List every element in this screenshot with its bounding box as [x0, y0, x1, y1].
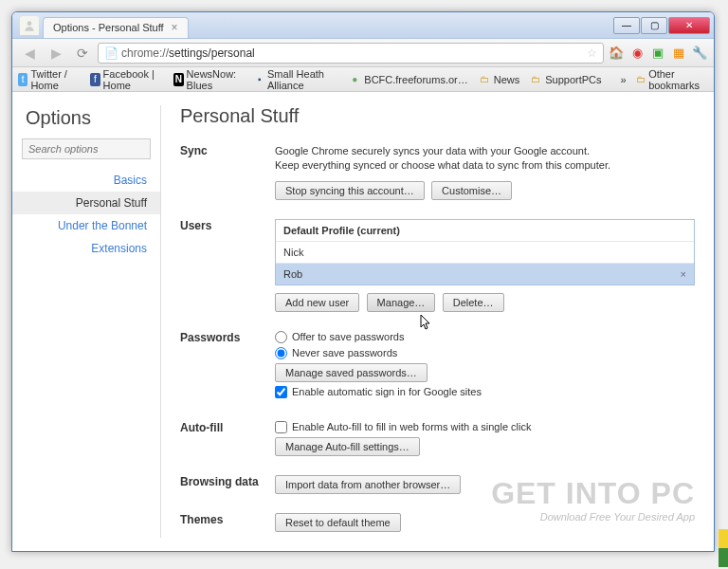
forward-button[interactable]: ▶ [45, 43, 67, 64]
sync-desc: Google Chrome securely syncs your data w… [275, 144, 695, 174]
window-controls: — ▢ ✕ [613, 17, 710, 34]
url-text: chrome://settings/personal [121, 46, 255, 60]
tab-close-icon[interactable]: × [172, 21, 178, 34]
page-icon: 📄 [104, 46, 118, 60]
content-area: Options Basics Personal Stuff Under the … [12, 92, 714, 551]
manage-autofill-button[interactable]: Manage Auto-fill settings… [275, 437, 420, 456]
themes-label: Themes [180, 513, 275, 532]
overflow-chevron-icon[interactable]: » [621, 74, 627, 85]
auto-signin-checkbox[interactable] [275, 386, 287, 398]
home-button[interactable]: 🏠 [608, 45, 625, 62]
sidebar-title: Options [12, 103, 160, 138]
browser-window: Options - Personal Stuff × — ▢ ✕ ◀ ▶ ⟳ 📄… [11, 11, 715, 552]
nav-basics[interactable]: Basics [12, 169, 160, 192]
url-bar[interactable]: 📄 chrome://settings/personal ☆ [98, 43, 604, 64]
reload-button[interactable]: ⟳ [71, 43, 94, 64]
manage-user-button[interactable]: Manage… [367, 293, 436, 312]
browsing-label: Browsing data [180, 475, 275, 494]
section-users: Users Default Profile (current) Nick Rob… [180, 219, 695, 312]
manage-passwords-button[interactable]: Manage saved passwords… [275, 363, 428, 382]
other-bookmarks[interactable]: 🗀Other bookmarks [636, 68, 708, 91]
search-options-input[interactable] [22, 138, 151, 159]
user-row-rob[interactable]: Rob× [276, 264, 694, 284]
extension-icon-3[interactable]: ▦ [670, 45, 687, 62]
enable-autofill-checkbox[interactable] [275, 421, 287, 433]
never-save-radio[interactable] [275, 347, 287, 359]
section-themes: Themes Reset to default theme [180, 513, 695, 532]
reset-theme-button[interactable]: Reset to default theme [275, 513, 401, 532]
extension-icon-2[interactable]: ▣ [649, 45, 666, 62]
tab-title: Options - Personal Stuff [53, 22, 164, 33]
import-data-button[interactable]: Import data from another browser… [275, 475, 461, 494]
browser-tab[interactable]: Options - Personal Stuff × [43, 17, 189, 38]
extension-icon-1[interactable]: ◉ [628, 45, 646, 62]
nav-extensions[interactable]: Extensions [12, 237, 160, 260]
bookmarks-bar: tTwitter / Home fFacebook | Home NNewsNo… [12, 67, 714, 92]
offer-save-radio[interactable] [275, 331, 287, 343]
bookmark-bcfc[interactable]: ●BCFC.freeforums.or… [348, 73, 467, 86]
enable-autofill-label: Enable Auto-fill to fill in web forms wi… [292, 421, 532, 432]
user-list: Default Profile (current) Nick Rob× [275, 219, 695, 285]
bookmark-facebook[interactable]: fFacebook | Home [90, 68, 164, 91]
stop-sync-button[interactable]: Stop syncing this account… [275, 181, 425, 200]
bookmark-newsnow[interactable]: NNewsNow: Blues [173, 68, 245, 91]
bookmark-folder-news[interactable]: 🗀News [478, 73, 520, 86]
toolbar: ◀ ▶ ⟳ 📄 chrome://settings/personal ☆ 🏠 ◉… [12, 39, 714, 67]
section-browsing-data: Browsing data Import data from another b… [180, 475, 695, 494]
section-sync: Sync Google Chrome securely syncs your d… [180, 144, 695, 200]
nav-under-bonnet[interactable]: Under the Bonnet [12, 214, 160, 237]
customise-sync-button[interactable]: Customise… [431, 181, 512, 200]
section-autofill: Auto-fill Enable Auto-fill to fill in we… [180, 421, 695, 456]
main-panel: Personal Stuff Sync Google Chrome secure… [161, 92, 714, 551]
nav-personal-stuff[interactable]: Personal Stuff [12, 192, 160, 214]
bookmark-star-icon[interactable]: ☆ [587, 46, 597, 60]
offer-save-label: Offer to save passwords [292, 331, 404, 342]
svg-point-0 [27, 21, 32, 26]
users-label: Users [180, 219, 275, 312]
right-edge-strip [719, 529, 728, 567]
close-window-button[interactable]: ✕ [668, 17, 710, 34]
minimize-button[interactable]: — [613, 17, 640, 34]
titlebar: Options - Personal Stuff × — ▢ ✕ [12, 12, 714, 39]
maximize-button[interactable]: ▢ [641, 17, 667, 34]
remove-user-icon[interactable]: × [681, 268, 686, 280]
bookmark-folder-supportpcs[interactable]: 🗀SupportPCs [529, 73, 601, 86]
auto-signin-label: Enable automatic sign in for Google site… [292, 386, 482, 397]
sync-label: Sync [180, 144, 275, 200]
never-save-label: Never save passwords [292, 347, 397, 358]
delete-user-button[interactable]: Delete… [443, 293, 504, 312]
sidebar: Options Basics Personal Stuff Under the … [12, 92, 160, 551]
section-passwords: Passwords Offer to save passwords Never … [180, 331, 695, 402]
back-button[interactable]: ◀ [18, 43, 41, 64]
wrench-icon[interactable]: 🔧 [691, 45, 708, 62]
bookmark-sha[interactable]: ▪Small Heath Alliance [255, 68, 339, 91]
add-user-button[interactable]: Add new user [275, 293, 359, 312]
passwords-label: Passwords [180, 331, 275, 402]
profile-avatar-icon[interactable] [20, 16, 39, 35]
user-row-nick[interactable]: Nick [276, 242, 694, 264]
user-row-default[interactable]: Default Profile (current) [276, 220, 694, 242]
page-title: Personal Stuff [180, 105, 695, 127]
autofill-label: Auto-fill [180, 421, 275, 456]
bookmark-twitter[interactable]: tTwitter / Home [18, 68, 81, 91]
